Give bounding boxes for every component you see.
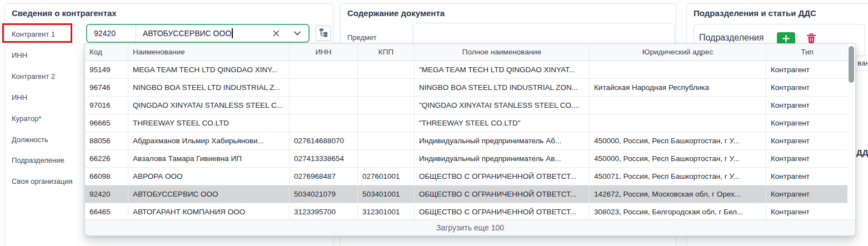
- table-cell: Контрагент: [766, 185, 849, 203]
- table-cell: "THREEWAY STEEL CO.LTD": [415, 114, 590, 132]
- table-cell: [358, 150, 415, 167]
- table-cell: 142672, Россия, Московская обл, г Орех..…: [590, 185, 766, 203]
- table-cell: 3123395700: [290, 203, 358, 220]
- table-cell: [290, 97, 358, 114]
- table-cell: 027614688070: [290, 132, 358, 149]
- text-cursor: [232, 28, 233, 38]
- table-cell: Контрагент: [766, 61, 849, 78]
- table-cell: ОБЩЕСТВО С ОГРАНИЧЕННОЙ ОТВЕТСТ...: [415, 168, 590, 185]
- field-label: ИНН: [12, 93, 27, 103]
- table-cell: АВРОРА ООО: [128, 168, 290, 185]
- table-cell: Контрагент: [766, 79, 849, 96]
- field-label: Контрагент 2: [12, 72, 55, 82]
- tree-icon: [319, 28, 328, 39]
- table-cell: Контрагент: [766, 168, 849, 185]
- table-cell: 450071, Россия, Респ Башкортостан, г У..…: [590, 168, 766, 185]
- chevron-down-icon[interactable]: [291, 27, 304, 40]
- table-cell: 95149: [85, 61, 128, 78]
- table-cell: АВТОБУССЕРВИС ООО: [128, 185, 290, 203]
- dropdown-row[interactable]: 97016QINGDAO XINYATAI STANLESS STEEL C..…: [85, 97, 855, 114]
- table-cell: 503401001: [358, 185, 415, 203]
- dropdown-scrollbar[interactable]: [847, 44, 855, 220]
- column-header[interactable]: КПП: [358, 44, 415, 61]
- table-cell: Абдрахманов Ильмир Хабирьянови...: [128, 132, 290, 149]
- table-cell: 66098: [85, 168, 128, 185]
- table-cell: 66465: [85, 203, 128, 220]
- column-header[interactable]: Тип: [766, 44, 849, 61]
- table-cell: [358, 61, 415, 78]
- tree-view-button[interactable]: [316, 26, 331, 41]
- clear-icon[interactable]: [270, 27, 283, 40]
- table-cell: Индивидуальный предприниматель Аб...: [415, 132, 590, 149]
- field-label: Должность: [12, 135, 48, 145]
- dropdown-row[interactable]: 66098АВРОРА ООО0276968487027601001ОБЩЕСТ…: [85, 168, 855, 185]
- dropdown-row[interactable]: 88056Абдрахманов Ильмир Хабирьянови...02…: [85, 132, 855, 150]
- table-cell: [290, 114, 358, 132]
- table-cell: Авзалова Тамара Гивиевна ИП: [128, 150, 290, 167]
- table-cell: Китайская Народная Республика: [590, 79, 766, 96]
- dropdown-row[interactable]: 92420АВТОБУССЕРВИС ООО503402107950340100…: [85, 185, 855, 203]
- table-cell: 88056: [85, 132, 128, 149]
- table-cell: [590, 61, 766, 78]
- table-cell: THREEWAY STEEL CO.LTD: [128, 114, 290, 132]
- table-cell: 97016: [85, 97, 128, 114]
- table-cell: Контрагент: [766, 203, 849, 220]
- table-cell: АВТОГАРАНТ КОМПАНИЯ ООО: [128, 203, 290, 220]
- table-cell: ОБЩЕСТВО С ОГРАНИЧЕННОЙ ОТВЕТСТ...: [415, 185, 590, 203]
- column-header[interactable]: Наименование: [128, 44, 290, 61]
- annotation-highlight-box: [2, 23, 72, 43]
- dropdown-table-header: КодНаименованиеИННКПППолное наименование…: [85, 44, 855, 61]
- dropdown-row[interactable]: 96665THREEWAY STEEL CO.LTD"THREEWAY STEE…: [85, 114, 855, 132]
- combobox-code-value[interactable]: 92420: [87, 25, 136, 42]
- table-cell: [358, 97, 415, 114]
- table-cell: 5034021079: [290, 185, 358, 203]
- table-cell: ОБЩЕСТВО С ОГРАНИЧЕННОЙ ОТВЕТСТ...: [415, 203, 590, 220]
- table-cell: Контрагент: [766, 97, 849, 114]
- dropdown-row[interactable]: 95149MEGA TEAM TECH LTD QINGDAO XINY..."…: [85, 61, 855, 79]
- table-cell: QINGDAO XINYATAI STANLESS STEEL C...: [128, 97, 290, 114]
- document-panel-title: Содержание документа: [347, 8, 445, 18]
- combobox-name-input[interactable]: АВТОБУССЕРВИС ООО: [136, 25, 270, 42]
- background-text-fragment: ван: [857, 59, 868, 67]
- column-header[interactable]: Код: [85, 44, 128, 61]
- background-text-fragment: ДД: [856, 148, 868, 157]
- dropdown-row[interactable]: 66226Авзалова Тамара Гивиевна ИП02741333…: [85, 150, 855, 168]
- table-cell: 0276968487: [290, 168, 358, 185]
- table-cell: "MEGA TEAM TECH LTD QINGDAO XINYAT...: [415, 61, 590, 78]
- table-cell: 312301001: [358, 203, 415, 220]
- field-label: Своя организация: [12, 177, 73, 187]
- table-cell: Контрагент: [766, 150, 849, 167]
- table-cell: 96746: [85, 79, 128, 96]
- table-cell: 027601001: [358, 168, 415, 185]
- column-header[interactable]: Юридический адрес: [590, 44, 766, 61]
- table-cell: Индивидуальный предприниматель Ав...: [415, 150, 590, 167]
- departments-panel-title: Подразделения и статьи ДДС: [694, 8, 816, 18]
- background-line: [856, 71, 868, 71]
- table-cell: 308023, Россия, Белгородская обл, г Бел.…: [590, 203, 766, 220]
- column-header[interactable]: ИНН: [290, 44, 358, 61]
- table-cell: [290, 61, 358, 78]
- table-cell: Контрагент: [766, 114, 849, 132]
- table-cell: [358, 79, 415, 96]
- autocomplete-dropdown: КодНаименованиеИННКПППолное наименование…: [84, 43, 856, 236]
- table-cell: 027413338654: [290, 150, 358, 167]
- counterparties-panel-title: Сведения о контрагентах: [12, 8, 117, 18]
- table-cell: [590, 97, 766, 114]
- background-line: [856, 55, 868, 56]
- dropdown-row[interactable]: 96746NINGBO BOA STEEL LTD INDUSTRIAL Z..…: [85, 79, 855, 97]
- counterparty-combobox[interactable]: 92420 АВТОБУССЕРВИС ООО: [86, 24, 310, 43]
- table-cell: Контрагент: [766, 132, 849, 149]
- table-cell: MEGA TEAM TECH LTD QINGDAO XINY...: [128, 61, 290, 78]
- table-cell: [590, 114, 766, 132]
- scrollbar-thumb[interactable]: [849, 46, 854, 83]
- field-label: ИНН: [12, 51, 27, 61]
- table-cell: 92420: [85, 185, 128, 203]
- dropdown-row[interactable]: 66465АВТОГАРАНТ КОМПАНИЯ ООО312339570031…: [85, 203, 855, 221]
- column-header[interactable]: Полное наименование: [415, 44, 590, 61]
- table-cell: 96665: [85, 114, 128, 132]
- load-more-button[interactable]: Загрузить еще 100: [85, 219, 855, 235]
- table-cell: [358, 114, 415, 132]
- field-label: Куратор*: [12, 114, 41, 124]
- field-label: Подразделение: [12, 155, 64, 165]
- combobox-name-value: АВТОБУССЕРВИС ООО: [143, 29, 231, 38]
